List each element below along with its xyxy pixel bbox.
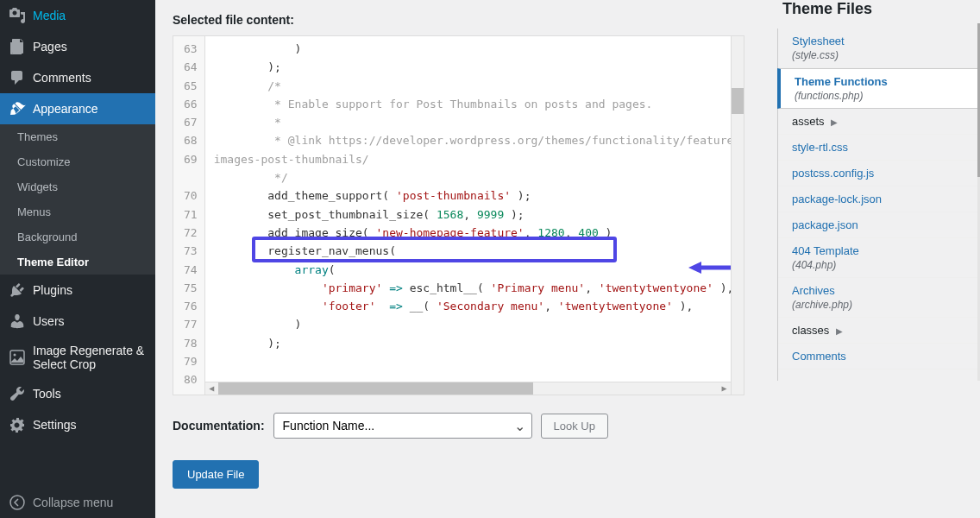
- theme-files-list: Stylesheet(style.css)Theme Functions(fun…: [777, 28, 980, 381]
- line-gutter: 63646566676869 707172737475767778798081: [173, 36, 205, 395]
- scrollbar-thumb[interactable]: [218, 382, 534, 395]
- sidebar-label: Users: [33, 314, 65, 328]
- file-item[interactable]: Theme Functions(functions.php): [777, 68, 980, 109]
- scrollbar-thumb[interactable]: [732, 88, 744, 114]
- sidebar-item-tools[interactable]: Tools: [0, 378, 155, 409]
- collapse-icon: [9, 494, 26, 511]
- file-item[interactable]: postcss.config.js: [778, 161, 980, 186]
- main-content: Selected file content: 63646566676869 70…: [155, 0, 769, 518]
- submenu-item-menus[interactable]: Menus: [0, 199, 155, 224]
- svg-point-2: [10, 496, 24, 509]
- media-icon: [9, 7, 26, 24]
- file-item[interactable]: Comments: [778, 344, 980, 370]
- sidebar-label: Media: [33, 9, 66, 22]
- file-item[interactable]: 404 Template(404.php): [778, 238, 980, 278]
- image-regen-icon: [9, 349, 26, 366]
- theme-files-title: Theme Files: [782, 0, 980, 18]
- sidebar-label: Pages: [33, 40, 67, 54]
- file-item[interactable]: style-rtl.css: [778, 135, 980, 161]
- users-icon: [9, 313, 26, 330]
- horizontal-scrollbar[interactable]: ◀ ▶: [205, 382, 731, 395]
- appearance-icon: [9, 100, 26, 117]
- appearance-submenu: Themes Customize Widgets Menus Backgroun…: [0, 124, 155, 275]
- submenu-item-widgets[interactable]: Widgets: [0, 174, 155, 199]
- theme-files-panel: Theme Files Stylesheet(style.css)Theme F…: [769, 0, 980, 518]
- svg-point-1: [14, 354, 16, 357]
- sidebar-label: Plugins: [33, 283, 72, 297]
- submenu-item-themes[interactable]: Themes: [0, 124, 155, 149]
- submenu-item-background[interactable]: Background: [0, 224, 155, 250]
- folder-item[interactable]: classes ▶: [778, 318, 980, 344]
- sidebar-label: Appearance: [33, 102, 98, 116]
- update-file-button[interactable]: Update File: [173, 460, 259, 489]
- admin-sidebar: Media Pages Comments Appearance Themes C…: [0, 0, 155, 518]
- plugins-icon: [9, 281, 26, 299]
- sidebar-label: Comments: [33, 71, 91, 85]
- sidebar-item-pages[interactable]: Pages: [0, 31, 155, 62]
- folder-expand-icon: ▶: [831, 117, 838, 127]
- submenu-item-customize[interactable]: Customize: [0, 149, 155, 174]
- code-content[interactable]: ) ); /* * Enable support for Post Thumbn…: [205, 36, 744, 395]
- sidebar-label: Tools: [33, 387, 61, 401]
- sidebar-item-image-regen[interactable]: Image Regenerate & Select Crop: [0, 337, 155, 378]
- tools-icon: [9, 385, 26, 402]
- file-item[interactable]: Archives(archive.php): [778, 278, 980, 318]
- sidebar-label: Settings: [33, 418, 77, 432]
- file-item[interactable]: Stylesheet(style.css): [778, 28, 980, 68]
- sidebar-item-appearance[interactable]: Appearance: [0, 93, 155, 124]
- documentation-label: Documentation:: [173, 419, 265, 433]
- documentation-row: Documentation: Function Name... ⌄ Look U…: [173, 413, 751, 439]
- sidebar-item-media[interactable]: Media: [0, 0, 155, 31]
- sidebar-item-settings[interactable]: Settings: [0, 409, 155, 440]
- submenu-item-theme-editor[interactable]: Theme Editor: [0, 250, 155, 275]
- section-label: Selected file content:: [173, 13, 751, 27]
- sidebar-item-plugins[interactable]: Plugins: [0, 275, 155, 306]
- file-item[interactable]: package-lock.json: [778, 186, 980, 212]
- vertical-scrollbar[interactable]: [731, 36, 744, 395]
- folder-expand-icon: ▶: [836, 326, 843, 336]
- collapse-menu[interactable]: Collapse menu: [0, 487, 155, 518]
- scroll-left-icon[interactable]: ◀: [205, 382, 218, 395]
- scroll-right-icon[interactable]: ▶: [718, 382, 731, 395]
- settings-icon: [9, 416, 26, 433]
- svg-marker-4: [688, 262, 701, 274]
- function-select[interactable]: Function Name...: [273, 413, 532, 439]
- file-item[interactable]: package.json: [778, 212, 980, 238]
- folder-item[interactable]: assets ▶: [778, 109, 980, 135]
- sidebar-item-users[interactable]: Users: [0, 306, 155, 337]
- annotation-arrow: [632, 240, 744, 301]
- sidebar-item-comments[interactable]: Comments: [0, 62, 155, 93]
- pages-icon: [9, 38, 26, 55]
- comments-icon: [9, 69, 26, 86]
- code-editor[interactable]: 63646566676869 707172737475767778798081 …: [173, 35, 744, 395]
- collapse-label: Collapse menu: [33, 496, 113, 509]
- function-select-wrap: Function Name... ⌄: [273, 413, 532, 439]
- sidebar-label: Image Regenerate & Select Crop: [33, 344, 148, 371]
- lookup-button[interactable]: Look Up: [541, 414, 608, 439]
